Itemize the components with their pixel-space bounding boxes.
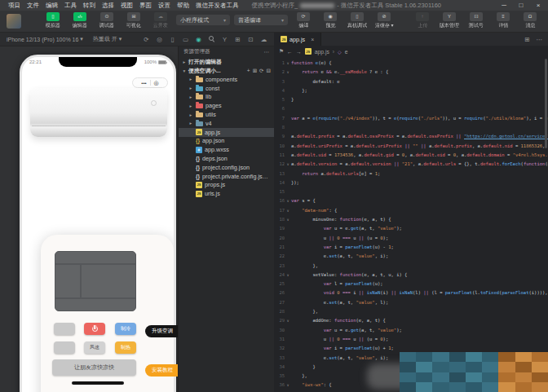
branch-icon[interactable]: Y [221,36,228,43]
fold-icon[interactable] [285,95,291,104]
menu-item-4[interactable]: 转到 [80,2,99,10]
detail-button[interactable]: ≡详情 [492,12,515,29]
compile-select[interactable]: 普通编译 ▾ [234,15,288,25]
minimize-button[interactable]: ─ [499,2,509,9]
fold-icon[interactable]: ∨ [285,381,291,390]
fold-icon[interactable]: ∨ [285,59,291,68]
device-debug-button[interactable]: ▯真机调试 [346,12,369,29]
fold-icon[interactable] [285,151,291,160]
editor-button[interactable]: ‹/›编辑器 [68,12,91,29]
tree-item-app-js[interactable]: JSapp.js [179,128,274,137]
tree-item-const[interactable]: ▸const [179,84,274,93]
fold-icon[interactable] [285,354,291,363]
open-editors-section[interactable]: ▸ 打开的编辑器 [179,57,274,66]
split-editor-icon[interactable]: ⊞ [524,36,529,43]
fan-speed-button[interactable]: 风速 [84,341,105,354]
fold-icon[interactable] [285,224,291,233]
fold-icon[interactable] [285,280,291,288]
device-landscape-icon[interactable]: ▭ [182,36,189,43]
upgrade-ac-pill[interactable]: 升级空调 [145,325,178,337]
menu-item-5[interactable]: 选择 [99,2,117,10]
heat-button[interactable]: 制热 [115,341,136,354]
menu-item-10[interactable]: 微信开发者工具 [192,2,242,10]
fold-icon[interactable] [285,344,291,353]
tree-item-components[interactable]: ▸components [179,75,274,84]
menu-item-2[interactable]: 编辑 [42,2,61,10]
fold-icon[interactable]: ∨ [285,160,291,169]
tree-item-urls-js[interactable]: JSurls.js [179,189,274,198]
preview-button[interactable]: ◉预览 [319,12,342,29]
rotate-icon[interactable]: ⟳ [143,36,150,43]
power-button[interactable] [84,323,105,335]
forward-icon[interactable]: → [296,49,302,55]
more-icon[interactable]: ⋯ [264,49,270,55]
menu-item-1[interactable]: 文件 [24,2,42,10]
share-button[interactable]: 让朋友凉快凉快 [52,359,136,376]
tab-app-js[interactable]: JS app.js × [274,33,321,46]
tree-item-pages[interactable]: ▸pages [179,101,274,110]
fold-icon[interactable] [285,363,291,372]
menu-item-7[interactable]: 界面 [136,2,155,10]
fold-icon[interactable] [285,288,291,297]
more-dots-icon[interactable]: ••• [141,81,146,86]
breadcrumb-symbol[interactable]: e [345,49,348,55]
collapse-all-icon[interactable]: ⊟ [267,68,271,74]
device-portrait-icon[interactable]: ▯ [169,36,176,43]
record-icon[interactable]: ◎ [156,36,163,43]
cloud-button[interactable]: ☁云开发 [149,12,172,29]
close-button[interactable]: × [533,2,543,9]
fold-icon[interactable] [285,307,291,316]
breadcrumb-file[interactable]: app.js [315,49,329,55]
fold-icon[interactable] [285,178,291,187]
fold-icon[interactable]: ∨ [285,68,291,77]
fold-icon[interactable] [285,372,291,381]
fold-icon[interactable] [285,77,291,86]
project-section[interactable]: ▾ 便携空调小... +⊞⟳⊟ [179,66,274,75]
tree-item-props-js[interactable]: JSprops.js [179,181,274,190]
fold-icon[interactable] [285,123,291,132]
fold-icon[interactable] [285,142,291,151]
message-button[interactable]: Ω消息 [519,12,541,29]
new-folder-icon[interactable]: ⊞ [253,68,257,74]
new-file-icon[interactable]: + [247,68,250,74]
device-select[interactable]: iPhone 12/13 (Pro) 100% 16 ▾ [7,36,83,42]
back-icon[interactable]: ← [287,49,293,55]
fold-icon[interactable] [285,243,291,252]
avatar[interactable] [7,14,21,29]
fold-icon[interactable] [285,326,291,335]
fold-icon[interactable] [285,252,291,261]
extensions-icon[interactable]: ⊞ [234,36,241,43]
code-editor[interactable]: 1∨function e(e) {2∨ return e && e.__esMo… [274,57,548,392]
clear-cache-button[interactable]: ⊘清缓存 ▾ [373,12,396,29]
install-tutorial-pill[interactable]: 安装教程 [145,364,178,377]
tree-item-lib[interactable]: ▸lib [179,93,274,102]
close-icon[interactable]: × [311,37,314,42]
fold-icon[interactable]: ∨ [285,206,291,215]
mode-select[interactable]: 小程序模式 ▾ [176,15,230,25]
tree-item-project-private-config-js-[interactable]: {}project.private.config.js… [179,172,274,181]
menu-item-8[interactable]: 设置 [155,2,174,10]
fold-icon[interactable] [285,170,291,178]
menu-item-9[interactable]: 帮助 [174,2,192,10]
fold-icon[interactable] [285,104,291,113]
bookmark-icon[interactable]: ⚑ [279,48,284,55]
refresh-icon[interactable]: ⟳ [259,68,263,74]
fold-icon[interactable] [285,262,291,271]
fold-icon[interactable]: ∨ [285,271,291,280]
maximize-button[interactable]: □ [516,2,526,9]
package-icon[interactable]: ⊡ [247,36,254,43]
tree-item-app-json[interactable]: {}app.json [179,137,274,146]
fold-icon[interactable] [285,234,291,243]
menu-item-6[interactable]: 视图 [117,2,136,10]
tree-item-project-config-json[interactable]: {}project.config.json [179,163,274,172]
fold-icon[interactable]: ∨ [285,316,291,325]
remote-blank-button-1[interactable] [54,323,75,335]
fold-icon[interactable] [285,132,291,141]
fold-icon[interactable]: ∨ [285,215,291,224]
menu-item-0[interactable]: 项目 [5,2,24,10]
test-account-button[interactable]: ⊡测试号 [465,12,488,29]
fold-icon[interactable] [285,114,291,123]
editor-scrollbar[interactable] [545,59,547,148]
miniprogram-capsule[interactable]: ••• ◎ [132,77,168,88]
more-actions-icon[interactable]: ⋯ [537,36,543,43]
